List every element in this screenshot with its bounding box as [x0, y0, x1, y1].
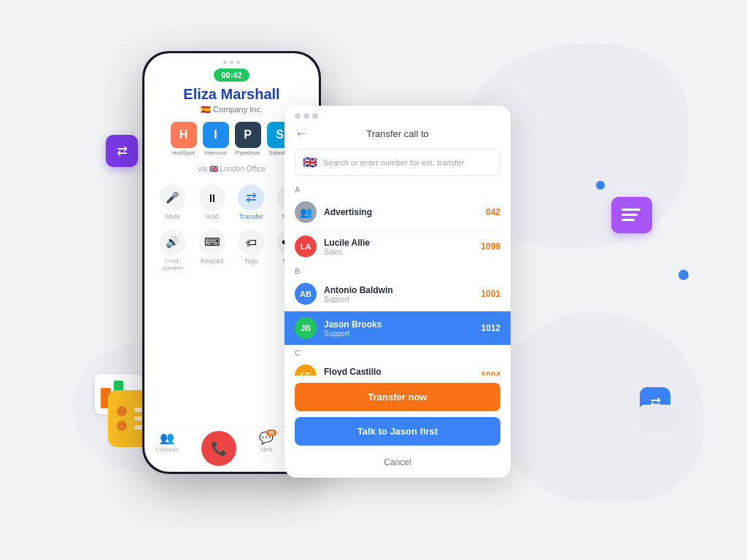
- transfer-now-button[interactable]: Transfer now: [295, 383, 500, 411]
- contact-info-advertising: Advertising: [324, 207, 479, 217]
- contact-ext-jason: 1012: [481, 323, 500, 333]
- contact-info-floyd: Floyd Castillo Sales: [324, 367, 473, 376]
- transfer-control[interactable]: ⇄ Transfer: [238, 184, 264, 220]
- contact-dept-lucile: Sales: [324, 248, 473, 256]
- contact-lucile[interactable]: LA Lucile Allie Sales 1099: [285, 230, 511, 263]
- back-button[interactable]: ←: [295, 126, 308, 141]
- search-input[interactable]: Search or enter number for ext. transfer: [323, 158, 492, 167]
- contact-list: A 👥 Advertising 042 LA Lucile Allie Sale…: [285, 182, 511, 376]
- contact-advertising[interactable]: 👥 Advertising 042: [285, 195, 511, 229]
- contact-name-floyd: Floyd Castillo: [324, 367, 473, 376]
- contact-antonio[interactable]: AB Antonio Baldwin Support 1001: [285, 277, 511, 311]
- integration-hubspot[interactable]: H HubSpot: [171, 122, 197, 156]
- tags-label: Tags: [244, 257, 258, 265]
- blue-dot-top: [596, 181, 605, 190]
- contact-avatar-floyd: FC: [295, 365, 317, 376]
- tags-control[interactable]: 🏷 Tags: [238, 229, 264, 271]
- contact-ext-floyd: 1004: [481, 370, 500, 376]
- panel-title: Transfer call to: [314, 128, 481, 139]
- tags-icon: 🏷: [238, 229, 264, 255]
- yellow-dots: [117, 406, 127, 431]
- cancel-button[interactable]: Cancel: [295, 451, 500, 473]
- contact-avatar-antonio: AB: [295, 283, 317, 305]
- nav-contacts[interactable]: 👥 Contacts: [155, 431, 179, 466]
- mute-label: Mute: [166, 213, 180, 220]
- action-buttons: Transfer now Talk to Jason first Cancel: [285, 376, 511, 478]
- purple-transfer-icon: ⇄: [106, 135, 138, 167]
- loudspeaker-icon: 🔊: [160, 229, 186, 255]
- talk-jason-first-button[interactable]: Talk to Jason first: [295, 417, 500, 446]
- contact-avatar-jason: JB: [295, 317, 317, 339]
- contact-jason[interactable]: JB Jason Brooks Support 1012: [285, 311, 511, 345]
- integration-intercom[interactable]: I Intercom: [203, 122, 229, 156]
- group-icon: 👥: [300, 206, 312, 218]
- nav-end-call[interactable]: 📞: [201, 431, 236, 466]
- loudspeaker-label: Loud-speaker: [163, 257, 183, 271]
- pipedrive-label: Pipedrive: [236, 149, 260, 156]
- mute-control[interactable]: 🎤 Mute: [160, 184, 186, 220]
- contact-ext-lucile: 1099: [481, 241, 500, 252]
- keypad-icon: ⌨: [199, 229, 225, 255]
- blue-dot-right: [678, 270, 689, 280]
- section-label-c: C: [285, 345, 511, 359]
- caller-name: Eliza Marshall: [144, 86, 319, 103]
- svg-rect-1: [622, 214, 638, 216]
- panel-dots: [285, 106, 511, 123]
- yellow-dot-1: [117, 406, 127, 416]
- flag-icon: 🇬🇧: [303, 155, 317, 169]
- hold-icon: ⏸: [199, 184, 225, 211]
- contact-info-antonio: Antonio Baldwin Support: [324, 285, 473, 303]
- contact-name-lucile: Lucile Allie: [324, 238, 473, 248]
- keypad-control[interactable]: ⌨ Keypad: [199, 229, 225, 271]
- search-bar[interactable]: 🇬🇧 Search or enter number for ext. trans…: [295, 149, 500, 176]
- hold-control[interactable]: ⏸ Hold: [199, 184, 225, 220]
- loudspeaker-control[interactable]: 🔊 Loud-speaker: [160, 229, 186, 271]
- sms-badge: 99: [266, 429, 276, 436]
- transfer-label: Transfer: [239, 213, 263, 220]
- contact-avatar-advertising: 👥: [295, 201, 317, 223]
- contacts-nav-icon: 👥: [160, 431, 174, 445]
- svg-rect-0: [622, 209, 640, 211]
- sms-nav-label: SMS: [260, 446, 272, 453]
- keypad-label: Keypad: [201, 257, 223, 265]
- contact-ext-antonio: 1001: [481, 289, 500, 299]
- hubspot-label: HubSpot: [172, 149, 195, 156]
- contact-info-jason: Jason Brooks Support: [324, 319, 473, 338]
- svg-rect-2: [622, 219, 635, 221]
- panel-header: ← Transfer call to: [285, 123, 511, 149]
- contact-name-jason: Jason Brooks: [324, 319, 473, 330]
- section-label-a: A: [285, 182, 511, 195]
- light-card-accent: [639, 405, 677, 432]
- end-call-button[interactable]: 📞: [201, 431, 236, 466]
- contact-dept-antonio: Support: [324, 295, 473, 303]
- contacts-nav-label: Contacts: [155, 446, 179, 453]
- transfer-icon: ⇄: [238, 184, 264, 211]
- transfer-panel: ← Transfer call to 🇬🇧 Search or enter nu…: [285, 106, 511, 478]
- message-bubble-icon: [611, 197, 652, 233]
- nav-sms[interactable]: 💬 SMS 99: [259, 431, 274, 466]
- intercom-label: Intercom: [204, 149, 227, 156]
- pipedrive-icon: P: [235, 122, 261, 148]
- contact-name-antonio: Antonio Baldwin: [324, 285, 473, 295]
- yellow-dot-2: [117, 421, 127, 431]
- hubspot-icon: H: [171, 122, 197, 148]
- section-label-b: B: [285, 263, 511, 277]
- contact-ext-advertising: 042: [486, 207, 500, 217]
- contact-name-advertising: Advertising: [324, 207, 479, 217]
- hold-label: Hold: [205, 213, 219, 220]
- contact-info-lucile: Lucile Allie Sales: [324, 238, 473, 256]
- contact-avatar-lucile: LA: [295, 236, 317, 257]
- contact-dept-jason: Support: [324, 330, 473, 338]
- mute-icon: 🎤: [160, 184, 186, 211]
- integration-pipedrive[interactable]: P Pipedrive: [235, 122, 261, 156]
- intercom-icon: I: [203, 122, 229, 148]
- call-timer: 00:42: [214, 69, 249, 82]
- contact-floyd[interactable]: FC Floyd Castillo Sales 1004: [285, 359, 511, 376]
- phone-top-dots: [144, 53, 319, 69]
